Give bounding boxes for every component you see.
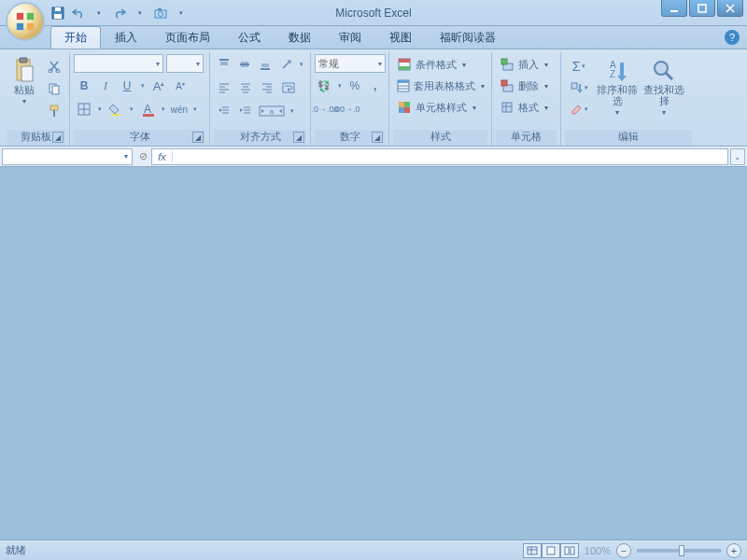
format-painter-button[interactable] bbox=[44, 101, 64, 121]
merge-center-button[interactable]: a bbox=[257, 101, 287, 121]
tab-foxit[interactable]: 福昕阅读器 bbox=[426, 26, 510, 49]
svg-rect-20 bbox=[53, 110, 55, 117]
chevron-down-icon: ⌄ bbox=[734, 152, 741, 161]
percent-button[interactable]: % bbox=[345, 76, 364, 96]
number-launcher[interactable]: ◢ bbox=[372, 132, 383, 143]
group-cells: 插入▾ 删除▾ 格式▾ 单元格 bbox=[492, 52, 561, 146]
zoom-slider[interactable] bbox=[637, 549, 721, 553]
align-left-button[interactable] bbox=[214, 77, 234, 98]
view-page-break-button[interactable] bbox=[560, 543, 579, 558]
phonetic-button[interactable]: wén bbox=[169, 99, 190, 119]
insert-function-button[interactable]: fx bbox=[152, 151, 173, 162]
comma-button[interactable]: , bbox=[365, 76, 385, 96]
italic-button[interactable]: I bbox=[95, 76, 116, 96]
accounting-dropdown[interactable]: ▾ bbox=[335, 76, 345, 96]
font-size-combo[interactable]: ▾ bbox=[166, 54, 204, 73]
insert-cells-button[interactable]: 插入▾ bbox=[496, 54, 557, 75]
merge-dropdown[interactable]: ▾ bbox=[288, 101, 297, 121]
orientation-button[interactable] bbox=[276, 54, 296, 75]
tab-review[interactable]: 审阅 bbox=[325, 26, 375, 49]
qat-camera[interactable] bbox=[153, 6, 168, 21]
tab-view[interactable]: 视图 bbox=[375, 26, 426, 49]
minimize-button[interactable] bbox=[661, 0, 687, 17]
zoom-slider-thumb[interactable] bbox=[679, 545, 684, 556]
format-as-table-button[interactable]: 套用表格格式▾ bbox=[393, 76, 487, 96]
wrap-text-button[interactable] bbox=[278, 77, 299, 98]
cell-styles-button[interactable]: 单元格样式▾ bbox=[393, 97, 487, 118]
view-normal-button[interactable] bbox=[523, 543, 542, 558]
alignment-launcher[interactable]: ◢ bbox=[293, 132, 304, 143]
align-center-button[interactable] bbox=[235, 77, 256, 98]
merge-icon: a bbox=[259, 105, 285, 118]
fill-color-dropdown[interactable]: ▾ bbox=[127, 99, 136, 119]
decrease-indent-button[interactable] bbox=[214, 101, 234, 121]
orientation-dropdown[interactable]: ▾ bbox=[297, 54, 306, 75]
paste-button[interactable]: 粘贴 ▾ bbox=[7, 54, 42, 130]
group-alignment: ▾ a ▾ 对齐方式◢ bbox=[210, 52, 311, 146]
format-cells-button[interactable]: 格式▾ bbox=[496, 97, 557, 118]
tab-home[interactable]: 开始 bbox=[50, 26, 101, 49]
increase-indent-button[interactable] bbox=[235, 101, 256, 121]
conditional-formatting-icon bbox=[398, 58, 411, 71]
tab-insert[interactable]: 插入 bbox=[101, 26, 151, 49]
currency-icon: 💱 bbox=[317, 80, 331, 92]
insert-cells-icon bbox=[500, 58, 514, 71]
group-font-label: 字体 bbox=[130, 131, 150, 142]
chevron-down-icon: ▾ bbox=[22, 97, 26, 105]
view-page-layout-button[interactable] bbox=[542, 543, 560, 558]
cancel-button[interactable]: ⊘ bbox=[134, 150, 151, 162]
number-format-combo[interactable]: 常规▾ bbox=[315, 54, 386, 73]
find-select-button[interactable]: 查找和选择 ▾ bbox=[641, 54, 686, 130]
accounting-format-button[interactable]: 💱 bbox=[315, 76, 334, 96]
clear-button[interactable]: ▾ bbox=[565, 99, 593, 119]
cancel-icon: ⊘ bbox=[139, 150, 148, 161]
zoom-out-button[interactable]: − bbox=[616, 543, 631, 558]
font-color-dropdown[interactable]: ▾ bbox=[159, 99, 168, 119]
fill-color-button[interactable] bbox=[106, 99, 126, 119]
maximize-button[interactable] bbox=[689, 0, 715, 17]
qat-undo-dropdown[interactable]: ▾ bbox=[92, 6, 106, 21]
cut-button[interactable] bbox=[44, 56, 64, 77]
close-button[interactable] bbox=[717, 0, 743, 17]
font-launcher[interactable]: ◢ bbox=[192, 132, 204, 143]
align-middle-button[interactable] bbox=[234, 54, 254, 75]
grow-font-button[interactable]: A▴ bbox=[148, 76, 169, 96]
group-clipboard-label: 剪贴板 bbox=[21, 131, 51, 142]
delete-cells-button[interactable]: 删除▾ bbox=[496, 76, 557, 96]
qat-save[interactable] bbox=[50, 6, 65, 21]
copy-button[interactable] bbox=[44, 78, 64, 99]
name-box[interactable]: ▾ bbox=[2, 148, 133, 165]
qat-undo[interactable] bbox=[71, 6, 86, 21]
fill-button[interactable]: ▾ bbox=[565, 77, 593, 98]
align-top-button[interactable] bbox=[214, 54, 233, 75]
sort-filter-button[interactable]: AZ 排序和筛选 ▾ bbox=[595, 54, 640, 130]
zoom-percent[interactable]: 100% bbox=[585, 545, 611, 556]
borders-dropdown[interactable]: ▾ bbox=[95, 99, 105, 119]
conditional-formatting-button[interactable]: 条件格式▾ bbox=[393, 54, 487, 75]
help-button[interactable]: ? bbox=[725, 30, 740, 45]
font-color-button[interactable]: A bbox=[137, 99, 158, 119]
tab-page-layout[interactable]: 页面布局 bbox=[151, 26, 224, 49]
font-name-combo[interactable]: ▾ bbox=[74, 54, 163, 73]
autosum-button[interactable]: Σ▾ bbox=[565, 56, 593, 77]
qat-redo[interactable] bbox=[112, 6, 127, 21]
bold-button[interactable]: B bbox=[74, 76, 94, 96]
tab-data[interactable]: 数据 bbox=[275, 26, 325, 49]
phonetic-dropdown[interactable]: ▾ bbox=[190, 99, 200, 119]
clipboard-launcher[interactable]: ◢ bbox=[52, 132, 63, 143]
underline-button[interactable]: U bbox=[117, 76, 137, 96]
expand-formula-bar[interactable]: ⌄ bbox=[730, 148, 745, 165]
cell-styles-icon bbox=[398, 101, 411, 114]
shrink-font-button[interactable]: A▾ bbox=[170, 76, 190, 96]
office-button[interactable] bbox=[6, 2, 45, 41]
qat-redo-dropdown[interactable]: ▾ bbox=[133, 6, 148, 21]
zoom-in-button[interactable]: + bbox=[726, 543, 741, 558]
underline-dropdown[interactable]: ▾ bbox=[138, 76, 148, 96]
status-ready: 就绪 bbox=[6, 543, 26, 557]
decrease-decimal-button[interactable]: .00→.0 bbox=[336, 99, 357, 119]
align-right-button[interactable] bbox=[257, 77, 277, 98]
align-bottom-button[interactable] bbox=[256, 54, 275, 75]
tab-formulas[interactable]: 公式 bbox=[224, 26, 275, 49]
borders-button[interactable] bbox=[74, 99, 94, 119]
qat-customize[interactable]: ▾ bbox=[174, 6, 189, 21]
